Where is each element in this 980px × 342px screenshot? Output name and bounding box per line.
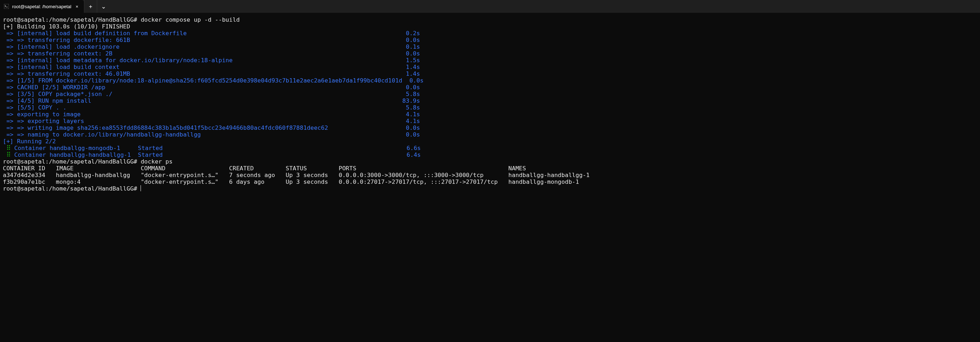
- terminal-icon: [3, 3, 9, 9]
- new-tab-button[interactable]: +: [84, 0, 97, 13]
- terminal-line: => [internal] load .dockerignore 0.1s: [3, 43, 977, 50]
- terminal-output[interactable]: root@sapetal:/home/sapetal/HandBallGG# d…: [0, 13, 980, 192]
- tab-close-button[interactable]: ×: [74, 3, 80, 10]
- terminal-line: => [5/5] COPY . . 5.8s: [3, 104, 977, 111]
- terminal-line: => [internal] load build context 1.4s: [3, 63, 977, 70]
- terminal-line: f3b290a7e1bc mongo:4 "docker-entrypoint.…: [3, 179, 977, 185]
- terminal-line: => => exporting layers 4.1s: [3, 118, 977, 124]
- tab-dropdown-button[interactable]: ⌄: [97, 0, 110, 13]
- terminal-line: => => writing image sha256:ea8553fdd8688…: [3, 124, 977, 131]
- terminal-line: => [1/5] FROM docker.io/library/node:18-…: [3, 77, 977, 84]
- terminal-line: => exporting to image 4.1s: [3, 111, 977, 118]
- cursor: [140, 185, 141, 191]
- terminal-line: => => transferring context: 46.01MB 1.4s: [3, 70, 977, 77]
- terminal-line: a347d4d2e334 handballgg-handballgg "dock…: [3, 172, 977, 179]
- terminal-line: root@sapetal:/home/sapetal/HandBallGG# d…: [3, 16, 977, 23]
- terminal-line: => [3/5] COPY package*.json ./ 5.8s: [3, 91, 977, 97]
- terminal-line: ⠿ Container handballgg-handballgg-1 Star…: [3, 152, 977, 158]
- terminal-line: => => transferring context: 2B 0.0s: [3, 50, 977, 57]
- terminal-line: => [internal] load build definition from…: [3, 30, 977, 36]
- svg-rect-0: [4, 4, 9, 9]
- terminal-line: => => naming to docker.io/library/handba…: [3, 131, 977, 138]
- terminal-line: CONTAINER ID IMAGE COMMAND CREATED STATU…: [3, 165, 977, 172]
- terminal-line: ⠿ Container handballgg-mongodb-1 Started…: [3, 145, 977, 152]
- terminal-line: => => transferring dockerfile: 661B 0.0s: [3, 36, 977, 43]
- terminal-line: => [internal] load metadata for docker.i…: [3, 57, 977, 63]
- terminal-line: root@sapetal:/home/sapetal/HandBallGG# d…: [3, 158, 977, 165]
- terminal-line: root@sapetal:/home/sapetal/HandBallGG#: [3, 185, 977, 192]
- terminal-line: => [4/5] RUN npm install 83.9s: [3, 97, 977, 104]
- terminal-line: [+] Running 2/2: [3, 138, 977, 145]
- terminal-line: [+] Building 103.0s (10/10) FINISHED: [3, 23, 977, 30]
- terminal-line: => CACHED [2/5] WORKDIR /app 0.0s: [3, 84, 977, 91]
- terminal-tab[interactable]: root@sapetal: /home/sapetal ×: [0, 0, 84, 13]
- tab-title: root@sapetal: /home/sapetal: [12, 3, 71, 10]
- titlebar: root@sapetal: /home/sapetal × + ⌄: [0, 0, 980, 13]
